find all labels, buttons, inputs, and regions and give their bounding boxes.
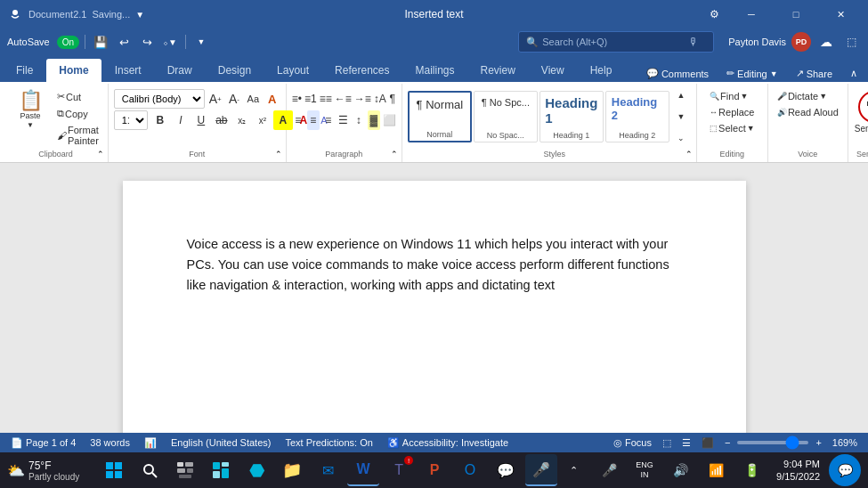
collapse-ribbon-button[interactable]: ∧ — [843, 65, 864, 82]
edge-browser-button[interactable]: ⬣ — [240, 454, 272, 486]
clear-format-button[interactable]: A — [264, 89, 280, 109]
search-box[interactable]: 🔍 🎙 — [518, 31, 714, 53]
bold-button[interactable]: B — [150, 110, 170, 130]
tab-file[interactable]: File — [4, 59, 45, 82]
system-clock[interactable]: 9:04 PM 9/15/2022 — [771, 458, 825, 484]
notification-button[interactable]: 💬 — [829, 454, 861, 486]
sort-button[interactable]: ↕A — [374, 89, 386, 109]
superscript-button[interactable]: x² — [253, 110, 272, 130]
bullets-button[interactable]: ≡• — [292, 89, 302, 109]
qa-extra-icon[interactable]: ▼ — [191, 32, 211, 52]
mic-tray-icon[interactable]: 🎤 — [593, 454, 625, 486]
weather-widget[interactable]: ⛅ 75°F Partly cloudy — [7, 460, 79, 482]
title-dropdown-icon[interactable]: ▼ — [135, 10, 144, 20]
status-words[interactable]: 38 words — [86, 437, 134, 448]
paste-button[interactable]: 📋 Paste ▼ — [9, 89, 52, 131]
editing-button[interactable]: ✏ Editing ▼ — [719, 65, 785, 82]
sensitivity-button[interactable]: 🛡 Sensitivity — [851, 89, 868, 135]
more-tools-icon[interactable]: ⬦▼ — [160, 32, 180, 52]
line-spacing-button[interactable]: ↕ — [353, 110, 365, 130]
change-case-button[interactable]: Aa — [245, 89, 261, 109]
tab-layout[interactable]: Layout — [264, 59, 321, 82]
comments-button[interactable]: 💬 Comments — [639, 65, 716, 82]
tab-review[interactable]: Review — [468, 59, 528, 82]
more-apps-button[interactable]: 💬 — [490, 454, 522, 486]
replace-button[interactable]: ↔ Replace — [706, 105, 758, 119]
cut-button[interactable]: ✂ Cut — [53, 89, 102, 104]
tab-insert[interactable]: Insert — [102, 59, 154, 82]
align-center-button[interactable]: ≡ — [307, 110, 320, 130]
layout-icon[interactable]: ⬚ — [841, 32, 861, 52]
start-button[interactable] — [98, 454, 130, 486]
italic-button[interactable]: I — [171, 110, 191, 130]
minimize-button[interactable]: ─ — [731, 0, 772, 28]
tab-references[interactable]: References — [322, 59, 402, 82]
multilevel-button[interactable]: ≡≡ — [320, 89, 332, 109]
close-button[interactable]: ✕ — [820, 0, 861, 28]
status-text-predictions[interactable]: Text Predictions: On — [281, 437, 376, 448]
maximize-button[interactable]: □ — [775, 0, 816, 28]
redo-icon[interactable]: ↪ — [137, 32, 157, 52]
numbering-button[interactable]: ≡1 — [304, 89, 317, 109]
status-language[interactable]: English (United States) — [167, 437, 275, 448]
task-view-button[interactable] — [169, 454, 201, 486]
read-aloud-button[interactable]: 🔊 Read Aloud — [774, 105, 842, 119]
mail-button[interactable]: ✉ — [312, 454, 344, 486]
search-input[interactable] — [542, 37, 685, 47]
font-family-select[interactable]: Calibri (Body) — [114, 89, 205, 109]
autosave-toggle[interactable]: On — [57, 36, 79, 49]
share-button[interactable]: ↗ Share — [789, 65, 840, 82]
styles-expand-icon[interactable]: ⌃ — [685, 150, 693, 159]
find-button[interactable]: 🔍 Find ▼ — [706, 89, 751, 103]
increase-indent-button[interactable]: →≡ — [354, 89, 371, 109]
zoom-in-button[interactable]: + — [812, 437, 824, 448]
teams-button[interactable]: T ! — [383, 454, 415, 486]
show-hidden-icons-button[interactable]: ⌃ — [557, 454, 589, 486]
decrease-indent-button[interactable]: ←≡ — [335, 89, 352, 109]
borders-button[interactable]: ⬜ — [383, 110, 396, 130]
font-shrink-button[interactable]: A- — [226, 89, 242, 109]
tab-help[interactable]: Help — [578, 59, 625, 82]
focus-button[interactable]: ◎ Focus — [610, 437, 655, 449]
style-normal[interactable]: ¶ Normal Normal — [408, 91, 472, 142]
style-heading1[interactable]: Heading 1 Heading 1 — [539, 91, 604, 142]
tab-draw[interactable]: Draw — [155, 59, 205, 82]
status-page[interactable]: 📄 Page 1 of 4 — [7, 437, 79, 449]
view-reader-button[interactable]: ☰ — [678, 437, 694, 449]
font-expand-icon[interactable]: ⌃ — [275, 150, 282, 159]
mic-icon[interactable]: 🎙 — [688, 36, 699, 48]
styles-scroll-down[interactable]: ▼ — [671, 107, 691, 126]
align-right-button[interactable]: ≡ — [322, 110, 335, 130]
font-size-select[interactable]: 11 — [114, 110, 148, 130]
taskbar-search-button[interactable] — [134, 454, 166, 486]
zoom-out-button[interactable]: − — [721, 437, 734, 448]
voice-access-button[interactable]: 🎤 — [525, 454, 557, 486]
network-icon[interactable]: 📶 — [700, 454, 732, 486]
view-normal-button[interactable]: ⬚ — [659, 437, 675, 449]
zoom-level[interactable]: 169% — [829, 437, 861, 448]
powerpoint-button[interactable]: P — [418, 454, 450, 486]
align-left-button[interactable]: ≡ — [292, 110, 304, 130]
strikethrough-button[interactable]: ab — [212, 110, 231, 130]
show-hide-button[interactable]: ¶ — [389, 89, 396, 109]
copy-button[interactable]: ⧉ Copy — [53, 106, 102, 121]
view-web-button[interactable]: ⬛ — [698, 437, 718, 449]
cloud-save-icon[interactable]: ☁ — [816, 32, 836, 52]
volume-icon[interactable]: 🔊 — [664, 454, 696, 486]
file-explorer-button[interactable]: 📁 — [276, 454, 308, 486]
dictate-button[interactable]: 🎤 Dictate ▼ — [774, 89, 831, 103]
style-heading2[interactable]: Heading 2 Heading 2 — [605, 91, 669, 142]
tab-mailings[interactable]: Mailings — [402, 59, 466, 82]
styles-expand[interactable]: ⌄ — [671, 128, 691, 148]
shading-button[interactable]: ▓ — [368, 110, 380, 130]
justify-button[interactable]: ☰ — [337, 110, 350, 130]
user-avatar[interactable]: PD — [791, 32, 811, 52]
undo-icon[interactable]: ↩ — [114, 32, 134, 52]
language-indicator[interactable]: ENGIN — [629, 454, 661, 486]
underline-button[interactable]: U — [191, 110, 211, 130]
zoom-slider[interactable] — [737, 441, 808, 444]
tab-home[interactable]: Home — [46, 59, 101, 82]
styles-scroll-up[interactable]: ▲ — [671, 85, 691, 105]
tab-design[interactable]: Design — [206, 59, 264, 82]
select-button[interactable]: ⬚ Select ▼ — [706, 121, 758, 135]
